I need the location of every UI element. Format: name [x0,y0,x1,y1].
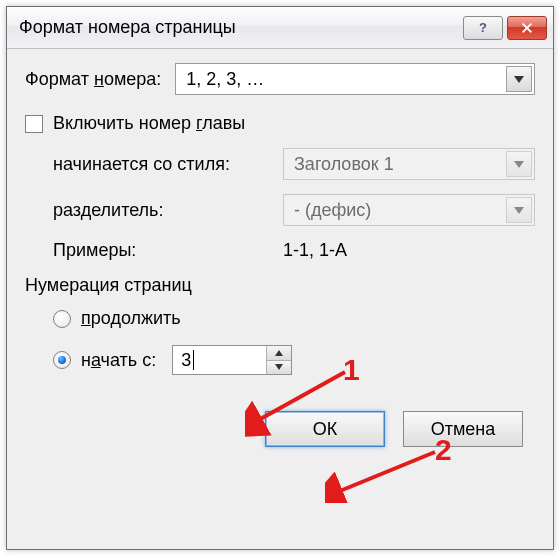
svg-marker-4 [514,161,524,168]
chevron-down-icon [506,66,532,92]
number-format-value: 1, 2, 3, … [186,69,264,90]
chapter-style-value: Заголовок 1 [294,154,394,175]
svg-marker-5 [514,207,524,214]
ok-button[interactable]: ОК [265,411,385,447]
numbering-group-label: Нумерация страниц [25,275,535,296]
chevron-down-icon [506,151,532,177]
cancel-button[interactable]: Отмена [403,411,523,447]
start-at-radio-row: начать с: 3 [25,345,535,375]
titlebar: Формат номера страницы ? [7,7,553,49]
separator-select[interactable]: - (дефис) [283,194,535,226]
include-chapter-row: Включить номер главы [25,113,535,134]
svg-marker-3 [514,76,524,83]
start-at-radio[interactable] [53,351,71,369]
separator-value: - (дефис) [294,200,371,221]
include-chapter-label: Включить номер главы [53,113,245,134]
separator-label: разделитель: [53,200,283,221]
continue-label: продолжить [81,308,181,329]
spin-up-button[interactable] [267,346,291,361]
examples-row: Примеры: 1-1, 1-A [25,240,535,261]
chapter-style-label: начинается со стиля: [53,154,283,175]
help-button[interactable]: ? [463,16,503,40]
examples-value: 1-1, 1-A [283,240,347,261]
number-format-label: Формат номера: [25,69,161,90]
close-button[interactable] [507,16,547,40]
callout-2: 2 [435,433,452,467]
number-format-row: Формат номера: 1, 2, 3, … [25,63,535,95]
svg-marker-6 [275,350,283,356]
callout-1: 1 [343,353,360,387]
page-number-format-dialog: Формат номера страницы ? Формат номера: … [6,6,554,550]
chapter-style-row: начинается со стиля: Заголовок 1 [25,148,535,180]
number-format-select[interactable]: 1, 2, 3, … [175,63,535,95]
chevron-down-icon [506,197,532,223]
chapter-style-select[interactable]: Заголовок 1 [283,148,535,180]
include-chapter-checkbox[interactable] [25,115,43,133]
dialog-footer: ОК Отмена [25,411,535,447]
separator-row: разделитель: - (дефис) [25,194,535,226]
window-title: Формат номера страницы [19,17,236,38]
window-controls: ? [463,16,547,40]
start-at-value: 3 [173,346,266,374]
svg-text:?: ? [479,20,487,35]
start-at-input[interactable]: 3 [172,345,292,375]
spin-down-button[interactable] [267,361,291,375]
svg-marker-7 [275,364,283,370]
continue-radio-row: продолжить [25,308,535,329]
examples-label: Примеры: [53,240,283,261]
start-at-label: начать с: [81,350,156,371]
continue-radio[interactable] [53,310,71,328]
